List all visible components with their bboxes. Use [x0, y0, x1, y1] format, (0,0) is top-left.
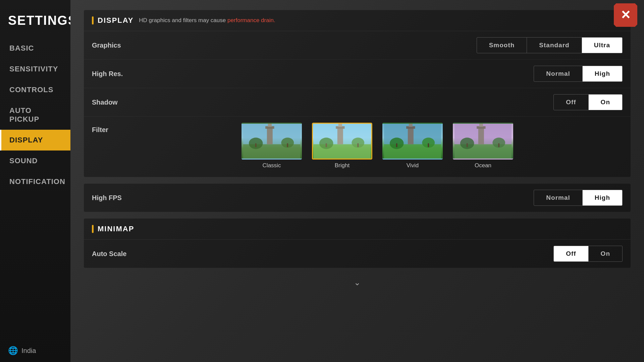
svg-rect-36	[479, 124, 483, 127]
fps-high-btn[interactable]: High	[583, 190, 622, 205]
shadow-row: Shadow Off On	[84, 88, 631, 117]
graphics-ultra-btn[interactable]: Ultra	[582, 38, 622, 53]
sidebar-item-controls[interactable]: CONTROLS	[0, 79, 70, 100]
svg-rect-20	[314, 124, 371, 159]
graphics-smooth-btn[interactable]: Smooth	[477, 38, 527, 53]
auto-scale-row: Auto Scale Off On	[84, 240, 631, 268]
graphics-row: Graphics Smooth Standard Ultra	[84, 31, 631, 60]
shadow-btn-group: Off On	[553, 94, 623, 110]
sidebar-item-notification[interactable]: NOTIFICATION	[0, 171, 70, 192]
svg-rect-40	[498, 143, 499, 147]
high-fps-section: High FPS Normal High	[84, 184, 631, 212]
svg-rect-3	[267, 127, 273, 144]
display-section-title: DISPLAY	[98, 16, 133, 25]
highres-high-btn[interactable]: High	[583, 66, 622, 81]
filter-bright[interactable]: Bright	[312, 123, 372, 169]
svg-rect-9	[287, 143, 288, 147]
filter-vivid[interactable]: Vivid	[382, 123, 443, 169]
filter-row: Filter	[84, 117, 631, 177]
minimap-section-header: MINIMAP	[84, 219, 631, 240]
auto-scale-on-btn[interactable]: On	[589, 246, 622, 261]
minimap-section-title: MINIMAP	[98, 225, 134, 233]
globe-icon: 🌐	[8, 346, 18, 355]
sidebar: SETTINGS BASIC SENSITIVITY CONTROLS AUTO…	[0, 0, 70, 362]
svg-point-27	[390, 138, 404, 149]
highres-normal-btn[interactable]: Normal	[534, 66, 582, 81]
filter-classic-thumb	[241, 123, 302, 160]
sidebar-item-display[interactable]: DISPLAY	[0, 130, 70, 150]
app-title: SETTINGS	[0, 7, 70, 38]
scroll-indicator: ⌄	[84, 275, 631, 291]
shadow-off-btn[interactable]: Off	[554, 95, 588, 110]
shadow-label: Shadow	[92, 99, 553, 106]
main-content: ✕ DISPLAY HD graphics and filters may ca…	[70, 0, 644, 362]
svg-point-37	[460, 138, 474, 149]
display-section-header: DISPLAY HD graphics and filters may caus…	[84, 10, 631, 31]
svg-rect-24	[408, 127, 414, 144]
filter-vivid-label: Vivid	[407, 162, 419, 169]
highres-row: High Res. Normal High	[84, 60, 631, 88]
high-fps-btn-group: Normal High	[534, 190, 623, 206]
highres-btn-group: Normal High	[534, 66, 623, 82]
minimap-section: MINIMAP Auto Scale Off On	[84, 219, 631, 268]
sidebar-item-basic[interactable]: BASIC	[0, 38, 70, 59]
filter-vivid-thumb	[382, 123, 443, 160]
filter-classic[interactable]: Classic	[241, 123, 302, 169]
graphics-label: Graphics	[92, 42, 477, 49]
sidebar-item-sensitivity[interactable]: SENSITIVITY	[0, 59, 70, 79]
auto-scale-label: Auto Scale	[92, 250, 553, 258]
display-section-subtitle: HD graphics and filters may cause perfor…	[139, 17, 275, 24]
sidebar-item-auto-pickup[interactable]: AUTO PICKUP	[0, 100, 70, 130]
filter-options: Classic	[132, 123, 623, 169]
filter-bright-label: Bright	[335, 162, 350, 169]
section-accent	[92, 16, 94, 24]
region-label: India	[21, 347, 36, 355]
shadow-on-btn[interactable]: On	[589, 95, 622, 110]
high-fps-row: High FPS Normal High	[84, 184, 631, 212]
filter-classic-label: Classic	[263, 162, 281, 169]
svg-rect-5	[268, 124, 272, 127]
filter-ocean[interactable]: Ocean	[453, 123, 513, 169]
svg-rect-39	[467, 143, 468, 147]
fps-normal-btn[interactable]: Normal	[534, 190, 582, 205]
performance-warn-text: performance drain.	[227, 17, 275, 23]
filter-bright-thumb	[312, 123, 372, 160]
auto-scale-btn-group: Off On	[553, 246, 623, 262]
svg-rect-8	[255, 143, 257, 147]
high-fps-label: High FPS	[92, 194, 534, 202]
minimap-section-accent	[92, 225, 94, 233]
filter-ocean-label: Ocean	[475, 162, 491, 169]
auto-scale-off-btn[interactable]: Off	[554, 246, 588, 261]
svg-rect-29	[396, 143, 397, 147]
close-button[interactable]: ✕	[614, 3, 637, 27]
close-icon: ✕	[621, 8, 631, 22]
filter-label: Filter	[92, 123, 132, 134]
graphics-standard-btn[interactable]: Standard	[527, 38, 582, 53]
svg-point-6	[249, 138, 263, 149]
sidebar-footer: 🌐 India	[0, 339, 70, 362]
filter-ocean-thumb	[453, 123, 513, 160]
svg-rect-34	[478, 127, 484, 144]
display-section: DISPLAY HD graphics and filters may caus…	[84, 10, 631, 177]
graphics-btn-group: Smooth Standard Ultra	[477, 37, 623, 53]
sidebar-item-sound[interactable]: SOUND	[0, 150, 70, 171]
highres-label: High Res.	[92, 70, 534, 78]
svg-rect-26	[409, 124, 413, 127]
svg-rect-30	[428, 143, 429, 147]
